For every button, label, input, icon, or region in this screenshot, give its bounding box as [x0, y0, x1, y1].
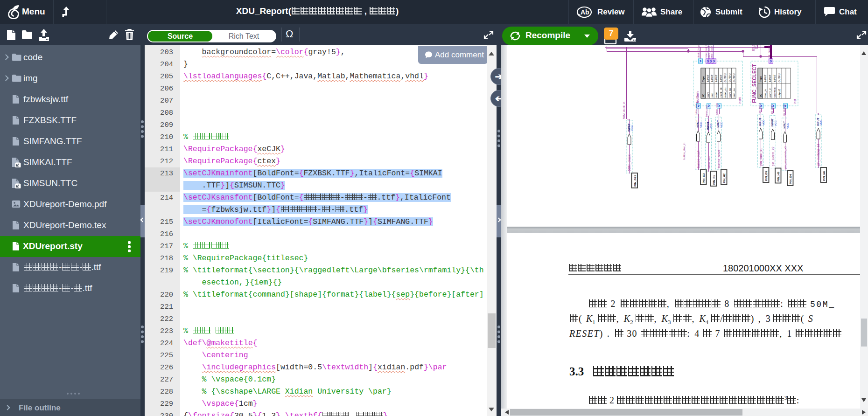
- svg-text:FUNC_SECLECT: FUNC_SECLECT: [751, 63, 757, 103]
- svg-text:VCC: VCC: [774, 120, 777, 126]
- svg-text:button_stop_in: button_stop_in: [683, 143, 686, 159]
- svg-text:stopwatc: stopwatc: [773, 87, 776, 97]
- svg-text:PIN_H5: PIN_H5: [777, 172, 780, 182]
- svg-text:VCC: VCC: [720, 122, 723, 128]
- svg-text:50M_clock_in: 50M_clock_in: [623, 102, 625, 119]
- svg-text:INPUT: INPUT: [720, 74, 722, 82]
- svg-text:PIN_G3: PIN_G3: [702, 173, 705, 183]
- svg-text:PIN_H2: PIN_H2: [723, 173, 726, 183]
- svg-text:INPUT: INPUT: [628, 123, 630, 132]
- svg-text:PIN_F1: PIN_F1: [713, 175, 715, 185]
- svg-text:PIN_G21: PIN_G21: [634, 175, 637, 187]
- svg-text:PIN_G5: PIN_G5: [765, 171, 768, 181]
- svg-text:start: start: [707, 92, 709, 97]
- svg-text:VCC: VCC: [786, 123, 789, 129]
- svg-text:OUTPU: OUTPU: [778, 73, 781, 82]
- svg-text:reset: reset: [715, 91, 718, 97]
- svg-text:INPUT: INPUT: [783, 121, 786, 129]
- svg-text:stop_ou: stop_ou: [733, 88, 735, 97]
- svg-text:OUTPU: OUTPU: [724, 73, 727, 82]
- svg-text:INPUT: INPUT: [717, 120, 720, 128]
- svg-text:output2: output2: [778, 89, 781, 97]
- svg-text:start_ou: start_ou: [728, 88, 731, 97]
- svg-text:INPUT: INPUT: [707, 74, 709, 82]
- svg-text:clock_1k_out: clock_1k_out: [697, 45, 700, 58]
- svg-text:clock_1k: clock_1k: [720, 87, 722, 97]
- svg-text:INPUT: INPUT: [764, 74, 767, 82]
- svg-text:inst: inst: [793, 99, 797, 104]
- svg-text:INPUT: INPUT: [711, 74, 714, 82]
- svg-text:INPUT: INPUT: [773, 74, 776, 82]
- svg-text:PIN_H6: PIN_H6: [823, 171, 826, 181]
- svg-text:VCC: VCC: [762, 120, 765, 125]
- svg-text:INPUT: INPUT: [715, 74, 718, 82]
- svg-text:button: button: [695, 91, 700, 103]
- svg-text:pin_alarm: pin_alarm: [771, 104, 773, 114]
- svg-text:pin_time_k: pin_time_k: [759, 103, 761, 113]
- svg-text:VCC: VCC: [710, 124, 713, 129]
- svg-text:INPUT: INPUT: [696, 120, 699, 128]
- svg-text:INPUT: INPUT: [817, 118, 819, 126]
- svg-text:Type: Type: [702, 76, 705, 82]
- svg-text:button_reset: button_reset: [716, 103, 718, 115]
- svg-text:VCC: VCC: [630, 125, 633, 131]
- svg-text:pin_m: pin_m: [754, 45, 757, 49]
- svg-text:time_in: time_in: [764, 89, 767, 97]
- svg-text:stop_out_f: stop_out_f: [710, 46, 713, 58]
- svg-text:button_start_: button_start_: [695, 103, 698, 115]
- svg-text:INPUT: INPUT: [707, 121, 709, 130]
- svg-text:out_beep[3..0]: out_beep[3..0]: [768, 45, 770, 58]
- svg-text:INPUT: INPUT: [769, 74, 771, 82]
- svg-text:Ab: Ab: [581, 8, 589, 16]
- svg-text:button_stop: button_stop: [706, 105, 708, 117]
- svg-text:pin_stopwat: pin_stopwat: [783, 104, 785, 116]
- svg-text:reset_ou: reset_ou: [724, 88, 727, 97]
- svg-text:I/O: I/O: [759, 93, 762, 97]
- svg-text:alarm_ir: alarm_ir: [769, 88, 771, 97]
- svg-text:Type: Type: [759, 76, 762, 82]
- svg-text:VCC: VCC: [819, 120, 822, 125]
- svg-text:stop: stop: [711, 93, 714, 97]
- svg-text:OUTPU: OUTPU: [728, 73, 731, 82]
- svg-text:PIN_G4: PIN_G4: [789, 174, 792, 184]
- svg-text:OUTPU: OUTPU: [733, 73, 735, 82]
- svg-text:INPUT: INPUT: [771, 118, 774, 127]
- svg-text:I/O: I/O: [702, 93, 705, 97]
- svg-text:VCC: VCC: [700, 122, 702, 128]
- svg-text:inst5: inst5: [738, 97, 742, 104]
- svg-text:INPUT: INPUT: [759, 118, 762, 126]
